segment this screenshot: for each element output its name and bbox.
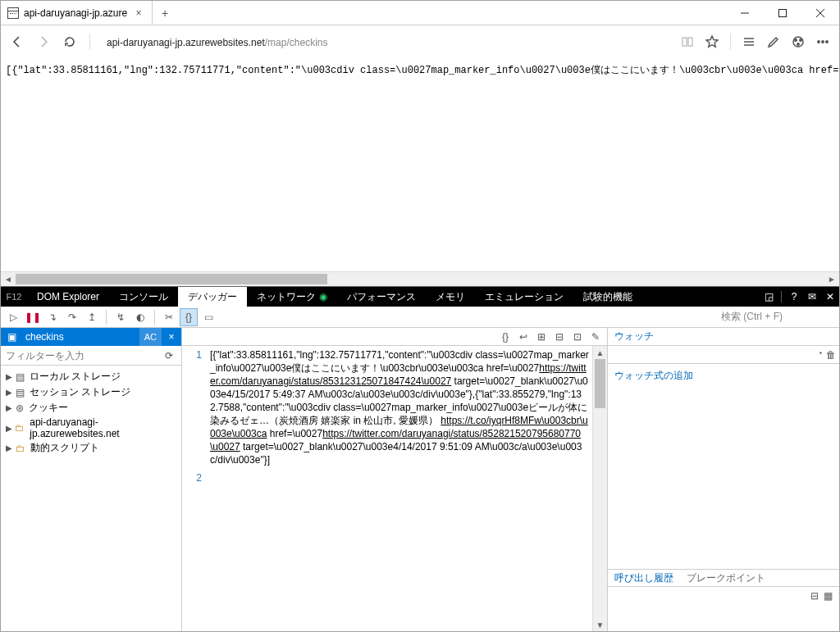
network-record-icon: ◉ — [319, 291, 327, 302]
new-tab-button[interactable]: + — [153, 1, 177, 25]
word-wrap-button[interactable]: ↩ — [515, 330, 532, 344]
tree-dynamic-scripts[interactable]: ▶🗀動的スクリプト — [1, 440, 181, 456]
pretty-print-button[interactable]: {} — [497, 330, 514, 344]
hub-button[interactable] — [737, 30, 760, 53]
watch-add-icon[interactable]: ᐩ — [819, 349, 823, 361]
tab-performance[interactable]: パフォーマンス — [337, 287, 426, 307]
forward-button[interactable] — [32, 30, 55, 53]
tab-title: api-daruyanagi-jp.azure — [24, 7, 127, 19]
tree-session-storage[interactable]: ▶▤セッション ストレージ — [1, 384, 181, 400]
tree-cookies[interactable]: ▶⊛クッキー — [1, 400, 181, 416]
devtools-help-icon[interactable]: ? — [785, 291, 803, 302]
code-toolbar: {} ↩ ⊞ ⊟ ⊡ ✎ — [182, 328, 607, 346]
close-button[interactable] — [801, 1, 839, 25]
browser-tab[interactable]: api-daruyanagi-jp.azure × — [1, 1, 153, 25]
library-frames-icon[interactable]: ▦ — [824, 590, 833, 602]
tab-console[interactable]: コンソール — [109, 287, 178, 307]
horizontal-scrollbar[interactable]: ◄ ► — [1, 271, 839, 286]
tab-network[interactable]: ネットワーク ◉ — [247, 287, 337, 307]
tab-debugger[interactable]: デバッガー — [178, 287, 247, 307]
edit-button[interactable]: ✎ — [587, 330, 604, 344]
tab-callstack[interactable]: 呼び出し履歴 — [614, 571, 673, 585]
continue-button[interactable]: ▷ — [4, 308, 22, 326]
scroll-thumb[interactable] — [16, 274, 327, 284]
svg-rect-1 — [779, 9, 787, 16]
tree-local-storage[interactable]: ▶▤ローカル ストレージ — [1, 369, 181, 384]
callstack-body: ⊟ ▦ — [608, 587, 839, 631]
svg-point-11 — [818, 41, 819, 43]
library-code-button[interactable]: ⊡ — [569, 330, 586, 344]
break-new-worker-button[interactable]: ↯ — [112, 308, 130, 326]
file-filter-input[interactable] — [6, 350, 162, 361]
my-code-button[interactable]: ⊟ — [551, 330, 568, 344]
tab-dom-explorer[interactable]: DOM Explorer — [27, 287, 109, 307]
devtools-tabbar: F12 DOM Explorer コンソール デバッガー ネットワーク ◉ パフ… — [1, 287, 839, 307]
step-out-button[interactable]: ↥ — [83, 308, 101, 326]
navbar: api-daruyanagi-jp.azurewebsites.net/map/… — [1, 25, 839, 58]
pause-button[interactable]: ❚❚ — [24, 308, 42, 326]
code-editor[interactable]: [{"lat":33.85811161,"lng":132.75711771,"… — [207, 346, 592, 631]
tree-site-folder[interactable]: ▶🗀api-daruyanagi-jp.azurewebsites.net — [1, 416, 181, 440]
scroll-right-arrow[interactable]: ► — [824, 272, 839, 286]
scroll-left-arrow[interactable]: ◄ — [1, 272, 16, 286]
open-file-tab[interactable]: ▣ checkins AC × — [1, 328, 181, 346]
db-icon: ▤ — [16, 371, 25, 383]
minimize-button[interactable] — [726, 1, 764, 25]
back-button[interactable] — [6, 30, 29, 53]
code-gutter: 1 2 — [182, 346, 207, 631]
folder-icon: 🗀 — [15, 422, 25, 434]
code-scrollbar[interactable]: ▲ ▼ — [592, 346, 607, 631]
titlebar: api-daruyanagi-jp.azure × + — [1, 1, 839, 25]
file-tab-close-icon[interactable]: × — [162, 331, 181, 343]
file-filter-row: ⟳ — [1, 346, 181, 366]
more-button[interactable] — [811, 30, 834, 53]
svg-point-8 — [795, 39, 797, 41]
file-tab-badge: AC — [139, 328, 162, 346]
share-button[interactable] — [787, 30, 810, 53]
address-bar[interactable]: api-daruyanagi-jp.azurewebsites.net/map/… — [98, 35, 673, 48]
file-tree: ▶▤ローカル ストレージ ▶▤セッション ストレージ ▶⊛クッキー ▶🗀api-… — [1, 366, 181, 459]
show-console-button[interactable]: ▭ — [199, 308, 217, 326]
tab-emulation[interactable]: エミュレーション — [475, 287, 573, 307]
folder-icon: 🗀 — [16, 443, 25, 454]
scroll-thumb[interactable] — [595, 359, 605, 408]
file-refresh-icon[interactable]: ⟳ — [162, 350, 176, 361]
cookie-icon: ⊛ — [16, 402, 24, 414]
step-into-button[interactable]: ↴ — [43, 308, 62, 326]
refresh-button[interactable] — [58, 30, 81, 53]
devtools-feedback-icon[interactable]: ✉ — [803, 291, 821, 302]
devtools-close-icon[interactable]: ✕ — [821, 291, 839, 302]
favorite-button[interactable] — [701, 30, 724, 53]
scroll-down-arrow[interactable]: ▼ — [593, 618, 607, 631]
disconnect-button[interactable]: ✂ — [160, 308, 178, 326]
tab-breakpoints[interactable]: ブレークポイント — [687, 571, 765, 585]
db-icon: ▤ — [16, 387, 25, 398]
add-watch-link[interactable]: ウォッチ式の追加 — [614, 369, 833, 383]
callstack-tabbar: 呼び出し履歴 ブレークポイント — [608, 569, 839, 587]
devtools-undock-icon[interactable]: ◲ — [760, 291, 778, 302]
just-my-code-button[interactable]: {} — [180, 308, 198, 326]
devtools: F12 DOM Explorer コンソール デバッガー ネットワーク ◉ パフ… — [1, 286, 839, 631]
step-over-button[interactable]: ↷ — [63, 308, 81, 326]
scroll-up-arrow[interactable]: ▲ — [593, 346, 607, 359]
tab-experiments[interactable]: 試験的機能 — [573, 287, 642, 307]
maximize-button[interactable] — [764, 1, 801, 25]
exception-button[interactable]: ◐ — [131, 308, 149, 326]
tab-close-icon[interactable]: × — [132, 7, 145, 19]
file-tab-name: checkins — [22, 331, 139, 343]
reading-view-icon[interactable] — [676, 30, 699, 53]
f12-label: F12 — [1, 287, 27, 307]
async-frames-icon[interactable]: ⊟ — [810, 590, 819, 602]
watch-header[interactable]: ウォッチ — [608, 328, 839, 346]
web-note-button[interactable] — [762, 30, 785, 53]
debugger-code-panel: {} ↩ ⊞ ⊟ ⊡ ✎ 1 2 [{"lat":33.85811161,"ln… — [182, 328, 608, 631]
debugger-search-input[interactable]: 検索 (Ctrl + F) — [721, 310, 836, 324]
debugger-toolbar: ▷ ❚❚ ↴ ↷ ↥ ↯ ◐ ✂ {} ▭ 検索 (Ctrl + F) — [1, 307, 839, 328]
open-folder-icon[interactable]: ▣ — [1, 331, 22, 343]
watch-delete-icon[interactable]: 🗑 — [826, 349, 836, 361]
tab-memory[interactable]: メモリ — [426, 287, 475, 307]
debugger-side-panel: ウォッチ ᐩ 🗑 ウォッチ式の追加 呼び出し履歴 ブレークポイント ⊟ ▦ — [608, 328, 839, 631]
source-map-button[interactable]: ⊞ — [533, 330, 550, 344]
debugger-file-panel: ▣ checkins AC × ⟳ ▶▤ローカル ストレージ ▶▤セッション ス… — [1, 328, 182, 631]
page-viewport: [{"lat":33.85811161,"lng":132.75711771,"… — [1, 58, 839, 271]
